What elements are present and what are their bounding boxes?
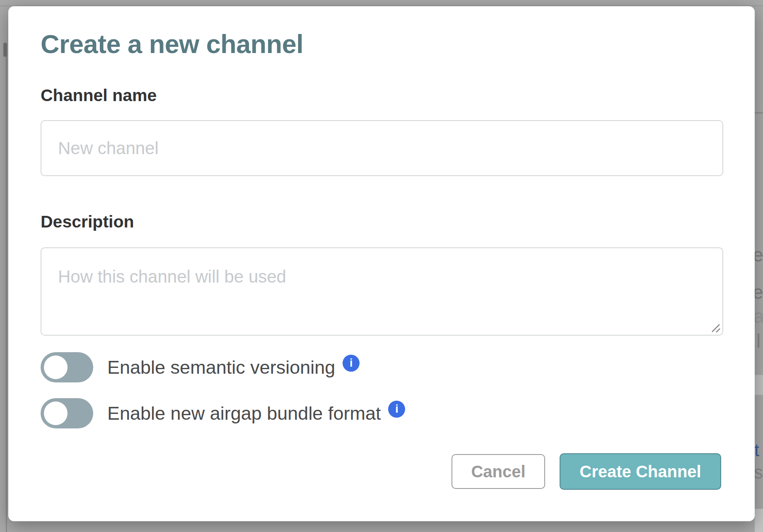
- description-field-wrap: [41, 247, 723, 336]
- cancel-button[interactable]: Cancel: [452, 454, 545, 489]
- semantic-versioning-label: Enable semantic versioning: [107, 357, 335, 378]
- semantic-versioning-row: Enable semantic versioning i: [41, 352, 360, 382]
- backdrop-right-row-band: [755, 509, 763, 532]
- info-icon[interactable]: i: [388, 401, 405, 418]
- info-icon[interactable]: i: [343, 355, 360, 372]
- channel-name-input[interactable]: [41, 120, 723, 176]
- description-label: Description: [41, 212, 134, 232]
- semantic-versioning-toggle[interactable]: [41, 352, 93, 382]
- airgap-bundle-row: Enable new airgap bundle format i: [41, 398, 405, 428]
- backdrop-left-shadow: [3, 43, 7, 57]
- modal-title: Create a new channel: [41, 29, 303, 59]
- toggle-knob: [44, 355, 68, 379]
- description-textarea[interactable]: [41, 247, 723, 336]
- channel-name-label: Channel name: [41, 86, 157, 105]
- create-channel-modal: Create a new channel Channel name Descri…: [8, 6, 755, 521]
- create-channel-button[interactable]: Create Channel: [560, 453, 721, 490]
- airgap-bundle-label: Enable new airgap bundle format: [107, 403, 381, 424]
- backdrop-right-divider: [755, 112, 763, 114]
- backdrop-text-fragment: a: [753, 307, 763, 326]
- backdrop-text-fragment: l: [756, 331, 761, 351]
- airgap-bundle-toggle[interactable]: [41, 398, 93, 428]
- backdrop-left-edge: [6, 44, 7, 532]
- toggle-knob: [44, 401, 68, 425]
- modal-footer: Cancel Create Channel: [452, 453, 721, 490]
- backdrop-right-row-band: [755, 375, 763, 395]
- backdrop-text-fragment: s: [754, 463, 763, 481]
